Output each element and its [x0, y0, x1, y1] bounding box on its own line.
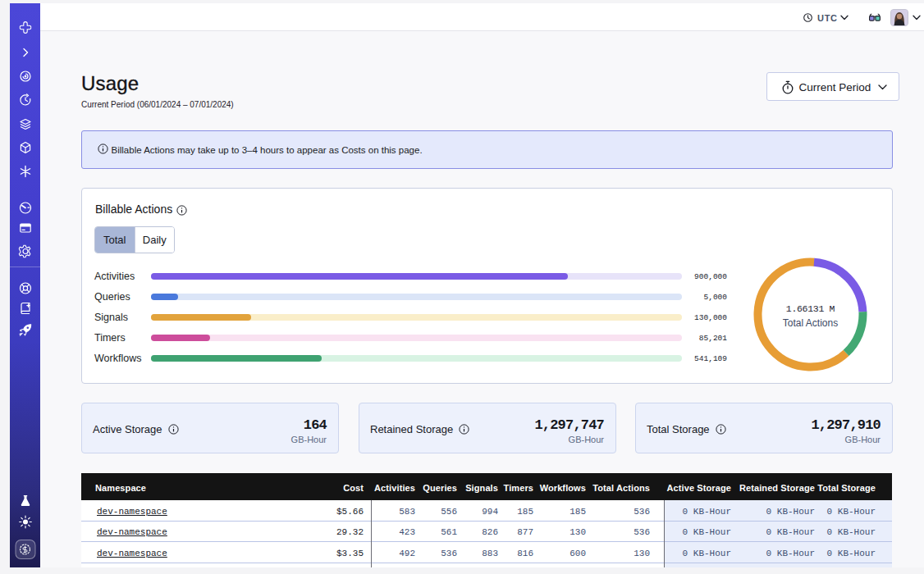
svg-text:Total Actions: Total Actions: [783, 317, 838, 329]
svg-text:1.66131 M: 1.66131 M: [786, 303, 835, 314]
